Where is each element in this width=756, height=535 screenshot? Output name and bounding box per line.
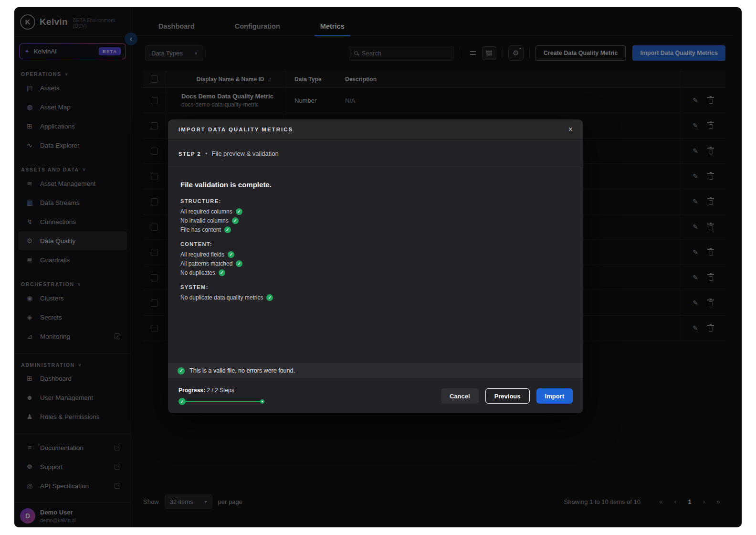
close-icon[interactable]: × xyxy=(568,126,573,133)
progress-step2-dot xyxy=(260,399,264,404)
validation-item-text: File has content xyxy=(180,226,221,233)
modal-title: IMPORT DATA QUALITY METRICS xyxy=(178,127,293,132)
check-circle-icon: ✓ xyxy=(266,294,273,301)
import-metrics-modal: IMPORT DATA QUALITY METRICS × STEP 2 • F… xyxy=(168,119,583,413)
check-circle-icon: ✓ xyxy=(178,367,185,374)
progress-step1-check-icon: ✓ xyxy=(178,398,186,405)
group-label-structure: STRUCTURE: xyxy=(180,198,571,204)
group-label-content: CONTENT: xyxy=(180,241,571,247)
modal-body: File validation is complete. STRUCTURE: … xyxy=(168,168,583,363)
progress: Progress: 2 / 2 Steps ✓ xyxy=(178,387,264,405)
banner-text: This is a valid file, no errors were fou… xyxy=(189,367,295,374)
bullet-icon: • xyxy=(205,150,207,157)
validation-item-text: All required fields xyxy=(180,251,224,258)
check-circle-icon: ✓ xyxy=(228,251,234,258)
valid-file-banner: ✓ This is a valid file, no errors were f… xyxy=(168,363,583,378)
progress-value: 2 / 2 Steps xyxy=(207,387,234,394)
validation-headline: File validation is complete. xyxy=(180,181,571,189)
progress-track xyxy=(185,401,261,402)
validation-item: All required columns ✓ xyxy=(180,208,571,215)
import-button[interactable]: Import xyxy=(536,388,573,404)
validation-item: No duplicates ✓ xyxy=(180,269,571,276)
modal-step-bar: STEP 2 • File preview & validation xyxy=(168,139,583,168)
validation-item: All required fields ✓ xyxy=(180,251,571,258)
progress-bar: ✓ xyxy=(178,398,264,405)
cancel-button[interactable]: Cancel xyxy=(441,388,479,404)
check-circle-icon: ✓ xyxy=(219,269,225,276)
previous-button[interactable]: Previous xyxy=(485,388,530,404)
check-circle-icon: ✓ xyxy=(232,217,239,224)
validation-item-text: No duplicate data quality metrics xyxy=(180,294,263,301)
step-label: STEP 2 xyxy=(178,151,201,157)
validation-item: All patterns matched ✓ xyxy=(180,260,571,267)
progress-label-bold: Progress: xyxy=(178,387,205,394)
check-circle-icon: ✓ xyxy=(224,226,231,233)
check-circle-icon: ✓ xyxy=(236,208,242,215)
check-circle-icon: ✓ xyxy=(236,260,242,267)
validation-item-text: No duplicates xyxy=(180,269,215,276)
group-label-system: SYSTEM: xyxy=(180,284,571,290)
modal-footer: Progress: 2 / 2 Steps ✓ Cancel Previous … xyxy=(168,378,583,413)
app-window: K Kelvin BETA Environment (DEV) ✦ Kelvin… xyxy=(14,7,742,527)
validation-item: File has content ✓ xyxy=(180,226,571,233)
validation-item-text: All required columns xyxy=(180,208,232,215)
validation-item: No duplicate data quality metrics ✓ xyxy=(180,294,571,301)
validation-item-text: All patterns matched xyxy=(180,260,232,267)
step-description: File preview & validation xyxy=(212,150,279,157)
progress-label: Progress: 2 / 2 Steps xyxy=(178,387,264,394)
modal-header: IMPORT DATA QUALITY METRICS × xyxy=(168,119,583,139)
validation-item-text: No invalid columns xyxy=(180,217,229,224)
validation-item: No invalid columns ✓ xyxy=(180,217,571,224)
